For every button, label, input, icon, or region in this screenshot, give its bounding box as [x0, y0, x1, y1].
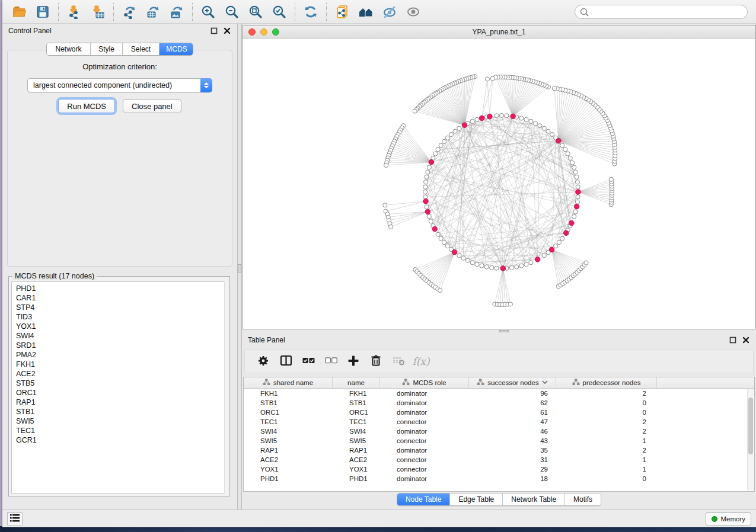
mcds-hub-node[interactable]	[462, 123, 467, 128]
mcds-result-item[interactable]: PHD1	[16, 284, 227, 293]
ring-node[interactable]	[554, 244, 558, 248]
ring-node[interactable]	[538, 124, 542, 128]
ring-node[interactable]	[505, 114, 509, 118]
ring-node[interactable]	[439, 236, 443, 241]
leaf-node[interactable]	[383, 203, 387, 207]
mcds-result-item[interactable]: SRD1	[16, 341, 227, 350]
column-header-predecessor-nodes[interactable]: predecessor nodes	[556, 377, 657, 388]
leaf-node[interactable]	[384, 163, 388, 167]
mcds-hub-node[interactable]	[452, 249, 457, 255]
table-row[interactable]: ORC1ORC1dominator610	[244, 408, 754, 417]
ring-node[interactable]	[560, 143, 564, 148]
table-row[interactable]: STB1STB1dominator620	[244, 398, 754, 408]
task-history-button[interactable]	[7, 512, 23, 525]
column-header-shared-name[interactable]: shared name	[244, 377, 333, 388]
tab-network[interactable]: Network	[47, 43, 91, 55]
table-row[interactable]: FKH1FKH1dominator962	[244, 389, 754, 398]
table-columns-button[interactable]	[276, 352, 296, 370]
ring-node[interactable]	[572, 214, 576, 219]
ring-node[interactable]	[490, 265, 494, 270]
toolbar-zoom-fit-button[interactable]	[244, 2, 267, 21]
ring-node[interactable]	[484, 265, 489, 269]
ring-node[interactable]	[442, 241, 446, 245]
close-panel-button[interactable]: Close panel	[123, 99, 181, 113]
ring-node[interactable]	[425, 205, 429, 209]
vertical-splitter-grip[interactable]	[238, 264, 241, 273]
leaf-node[interactable]	[389, 225, 393, 229]
leaf-node[interactable]	[490, 76, 495, 81]
ring-node[interactable]	[423, 185, 428, 189]
ring-node[interactable]	[426, 170, 430, 174]
toolbar-export-table-button[interactable]	[141, 2, 165, 21]
table-row[interactable]: ACE2ACE2connector311	[244, 455, 754, 464]
ring-node[interactable]	[576, 185, 580, 189]
ring-node[interactable]	[445, 136, 449, 140]
ring-node[interactable]	[570, 161, 575, 165]
ring-node[interactable]	[524, 262, 528, 267]
mcds-hub-node[interactable]	[576, 190, 581, 195]
ring-node[interactable]	[542, 126, 546, 130]
table-settings-button[interactable]	[253, 352, 273, 370]
ring-node[interactable]	[436, 148, 440, 152]
ring-node[interactable]	[423, 195, 428, 199]
toolbar-zoom-selected-button[interactable]	[267, 2, 291, 21]
mcds-hub-node[interactable]	[487, 114, 493, 119]
ring-node[interactable]	[557, 241, 561, 245]
ring-node[interactable]	[457, 254, 461, 258]
ring-node[interactable]	[568, 156, 572, 160]
leaf-node[interactable]	[584, 261, 588, 265]
ring-node[interactable]	[427, 214, 431, 219]
mcds-hub-node[interactable]	[425, 209, 430, 214]
toolbar-zoom-in-button[interactable]	[196, 2, 220, 21]
table-row[interactable]: YOX1YOX1connector291	[244, 464, 754, 474]
mcds-result-item[interactable]: TEC1	[16, 426, 227, 435]
toolbar-first-neighbors-button[interactable]	[354, 2, 378, 21]
leaf-node[interactable]	[485, 77, 489, 81]
ring-node[interactable]	[433, 152, 438, 156]
ring-node[interactable]	[461, 256, 465, 260]
ring-node[interactable]	[439, 143, 443, 148]
tab-edge-table[interactable]: Edge Table	[450, 493, 503, 505]
ring-node[interactable]	[563, 148, 567, 152]
ring-node[interactable]	[572, 165, 576, 169]
table-select-all-button[interactable]	[298, 352, 318, 370]
mcds-hub-node[interactable]	[569, 220, 575, 226]
ring-node[interactable]	[465, 258, 470, 262]
ring-node[interactable]	[449, 132, 453, 136]
ring-node[interactable]	[457, 126, 461, 130]
leaf-node[interactable]	[438, 289, 442, 293]
leaf-node[interactable]	[508, 302, 512, 306]
table-delete-row-button[interactable]	[366, 352, 386, 370]
tab-select[interactable]: Select	[123, 43, 160, 55]
mcds-hub-node[interactable]	[511, 114, 516, 119]
table-row[interactable]: TEC1TEC1connector472	[244, 417, 754, 427]
close-icon[interactable]	[742, 336, 750, 344]
ring-node[interactable]	[453, 129, 457, 133]
optimization-criterion-dropdown[interactable]: largest connected component (undirected)	[27, 78, 212, 92]
ring-node[interactable]	[499, 113, 503, 117]
ring-node[interactable]	[575, 200, 579, 204]
mcds-result-item[interactable]: STB5	[16, 379, 227, 388]
mcds-hub-node[interactable]	[549, 247, 554, 252]
mcds-result-item[interactable]: FKH1	[16, 360, 227, 369]
table-row[interactable]: SWI4SWI4dominator462	[244, 427, 754, 436]
ring-node[interactable]	[442, 139, 446, 143]
ring-node[interactable]	[475, 117, 479, 121]
leaf-node[interactable]	[552, 86, 556, 91]
toolbar-export-network-button[interactable]	[117, 2, 141, 21]
toolbar-save-session-button[interactable]	[31, 2, 55, 21]
ring-node[interactable]	[470, 261, 474, 265]
table-scrollbar[interactable]	[747, 389, 754, 491]
ring-node[interactable]	[573, 170, 578, 174]
ring-node[interactable]	[425, 175, 429, 179]
ring-node[interactable]	[495, 266, 499, 270]
mcds-result-item[interactable]: STP4	[16, 303, 227, 312]
ring-node[interactable]	[423, 190, 427, 194]
ring-node[interactable]	[550, 132, 554, 136]
ring-node[interactable]	[424, 180, 428, 184]
table-deselect-all-button[interactable]	[321, 352, 341, 370]
ring-node[interactable]	[475, 262, 479, 267]
ring-node[interactable]	[509, 265, 513, 270]
mcds-hub-node[interactable]	[429, 159, 434, 165]
table-add-row-button[interactable]	[343, 352, 363, 370]
